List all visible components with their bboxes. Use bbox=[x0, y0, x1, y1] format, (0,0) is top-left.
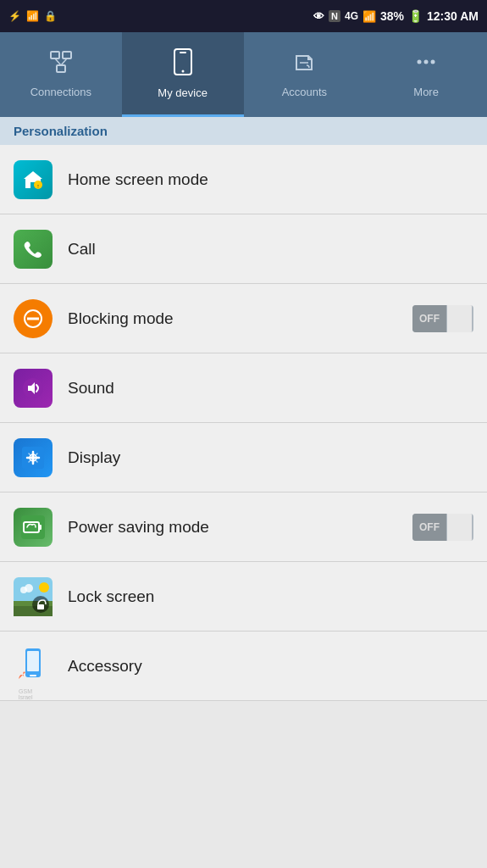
signal-bars: 📶 bbox=[362, 10, 376, 23]
svg-point-11 bbox=[431, 59, 435, 64]
svg-rect-0 bbox=[51, 52, 59, 58]
power-saving-toggle-knob bbox=[446, 514, 472, 541]
status-bar: ⚡ 📶 🔒 👁 N 4G 📶 38% 🔋 12:30 AM bbox=[0, 0, 487, 32]
section-header: Personalization bbox=[0, 117, 487, 145]
call-label: Call bbox=[68, 240, 473, 259]
blocking-toggle[interactable]: OFF bbox=[412, 305, 473, 332]
svg-line-4 bbox=[61, 58, 67, 65]
more-icon bbox=[413, 49, 439, 81]
power-saving-toggle[interactable]: OFF bbox=[412, 514, 473, 541]
settings-item-blocking[interactable]: Blocking mode OFF bbox=[0, 284, 487, 353]
tab-accounts-label: Accounts bbox=[282, 86, 327, 98]
time: 12:30 AM bbox=[427, 9, 479, 23]
svg-rect-31 bbox=[37, 604, 44, 609]
display-label: Display bbox=[68, 448, 473, 467]
lock-screen-icon bbox=[14, 577, 53, 616]
section-header-label: Personalization bbox=[14, 124, 108, 138]
battery-icon: 🔋 bbox=[408, 9, 423, 23]
power-saving-toggle-off-label: OFF bbox=[412, 514, 446, 541]
usb-icon: ⚡ bbox=[8, 10, 21, 22]
svg-point-29 bbox=[25, 584, 33, 593]
connections-icon bbox=[48, 49, 74, 81]
blocking-toggle-off-label: OFF bbox=[412, 305, 446, 332]
lock-icon: 🔒 bbox=[44, 10, 57, 22]
status-right: 👁 N 4G 📶 38% 🔋 12:30 AM bbox=[313, 9, 479, 23]
blocking-toggle-knob bbox=[446, 305, 472, 332]
svg-rect-1 bbox=[63, 52, 71, 58]
svg-rect-2 bbox=[57, 65, 65, 72]
eye-icon: 👁 bbox=[313, 10, 324, 23]
call-icon bbox=[14, 230, 53, 269]
display-icon bbox=[14, 438, 53, 477]
power-saving-icon bbox=[14, 508, 53, 547]
tab-more-label: More bbox=[413, 86, 439, 98]
tab-mydevice-label: My device bbox=[158, 86, 208, 99]
accessory-label: Accessory bbox=[68, 657, 473, 676]
mydevice-icon bbox=[173, 48, 193, 81]
settings-item-home-screen[interactable]: ↑ Home screen mode bbox=[0, 145, 487, 214]
battery-percent: 38% bbox=[380, 9, 404, 23]
tab-mydevice[interactable]: My device bbox=[122, 32, 244, 117]
wifi-icon: 📶 bbox=[26, 10, 39, 22]
sound-label: Sound bbox=[68, 379, 473, 398]
network-type: 4G bbox=[345, 10, 358, 22]
tab-more[interactable]: More bbox=[365, 32, 487, 117]
svg-line-3 bbox=[55, 58, 61, 65]
tab-bar: Connections My device Accounts bbox=[0, 32, 487, 117]
tab-connections[interactable]: Connections bbox=[0, 32, 122, 117]
lock-screen-label: Lock screen bbox=[68, 587, 473, 606]
sound-icon bbox=[14, 369, 53, 408]
blocking-label: Blocking mode bbox=[68, 309, 412, 328]
nfc-indicator: N bbox=[329, 10, 340, 22]
tab-connections-label: Connections bbox=[30, 86, 91, 98]
settings-item-display[interactable]: Display bbox=[0, 423, 487, 492]
svg-point-20 bbox=[32, 456, 35, 459]
svg-point-7 bbox=[181, 70, 184, 72]
blocking-icon bbox=[14, 299, 53, 338]
gsm-watermark: GSM Israel bbox=[0, 658, 51, 700]
svg-point-9 bbox=[418, 59, 422, 64]
settings-item-accessory[interactable]: Accessory GSM Israel bbox=[0, 632, 487, 701]
status-left: ⚡ 📶 🔒 bbox=[8, 10, 57, 22]
svg-point-10 bbox=[424, 59, 429, 64]
settings-item-lock-screen[interactable]: Lock screen bbox=[0, 562, 487, 632]
svg-point-27 bbox=[39, 582, 49, 593]
tab-accounts[interactable]: Accounts bbox=[244, 32, 366, 117]
power-saving-label: Power saving mode bbox=[68, 518, 412, 537]
home-screen-label: Home screen mode bbox=[68, 170, 473, 189]
settings-item-call[interactable]: Call bbox=[0, 214, 487, 284]
accounts-icon bbox=[291, 49, 317, 81]
svg-text:↑: ↑ bbox=[36, 183, 40, 189]
settings-item-sound[interactable]: Sound bbox=[0, 353, 487, 423]
settings-item-power-saving[interactable]: Power saving mode OFF bbox=[0, 492, 487, 562]
settings-list: ↑ Home screen mode Call Blocking mode OF… bbox=[0, 145, 487, 701]
svg-rect-23 bbox=[39, 525, 42, 530]
home-screen-icon: ↑ bbox=[14, 160, 53, 199]
